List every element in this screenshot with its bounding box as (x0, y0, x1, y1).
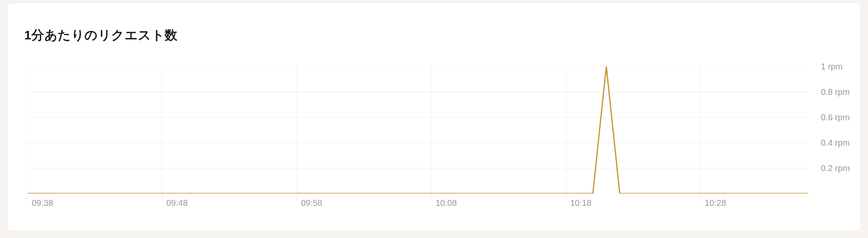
chart-xtick-mark (28, 196, 28, 201)
chart-yaxis: 0.2 rpm0.4 rpm0.6 rpm0.8 rpm1 rpm (813, 66, 864, 194)
chart-xtick-label: 10:08 (436, 198, 457, 208)
chart-xtick: 10:18 (566, 196, 566, 213)
chart-xtick-label: 09:48 (166, 198, 188, 208)
chart-xtick-label: 09:38 (32, 198, 53, 208)
chart-xtick: 10:28 (700, 196, 701, 213)
chart-plot-area (28, 66, 808, 194)
chart-xtick-label: 09:58 (301, 198, 322, 208)
chart-card: 1分あたりのリクエスト数 0.2 rpm0.4 rpm0.6 rpm0.8 rp… (7, 3, 861, 231)
chart-xaxis: 09:3809:4809:5810:0810:1810:28 (28, 196, 808, 213)
chart-xtick-mark (566, 196, 566, 201)
chart-svg (28, 66, 808, 194)
chart-ytick-label: 0.8 rpm (821, 87, 850, 97)
chart-ytick-label: 0.4 rpm (821, 138, 850, 148)
chart-xtick: 09:58 (297, 196, 297, 213)
chart-xtick: 10:08 (431, 196, 432, 213)
chart-xtick-mark (700, 196, 701, 201)
chart-xtick: 09:38 (28, 196, 28, 213)
chart-xtick-label: 10:28 (705, 198, 726, 208)
chart-title: 1分あたりのリクエスト数 (24, 27, 178, 44)
chart-xtick-mark (431, 196, 432, 201)
chart-ytick-label: 0.2 rpm (821, 163, 850, 173)
chart-xtick: 09:48 (162, 196, 162, 213)
chart-xtick-mark (297, 196, 297, 201)
chart-ytick-label: 1 rpm (821, 62, 843, 72)
chart-series-line (28, 66, 808, 194)
chart-ytick-label: 0.6 rpm (821, 113, 850, 122)
chart-xtick-label: 10:18 (570, 198, 591, 208)
chart-xtick-mark (162, 196, 162, 201)
